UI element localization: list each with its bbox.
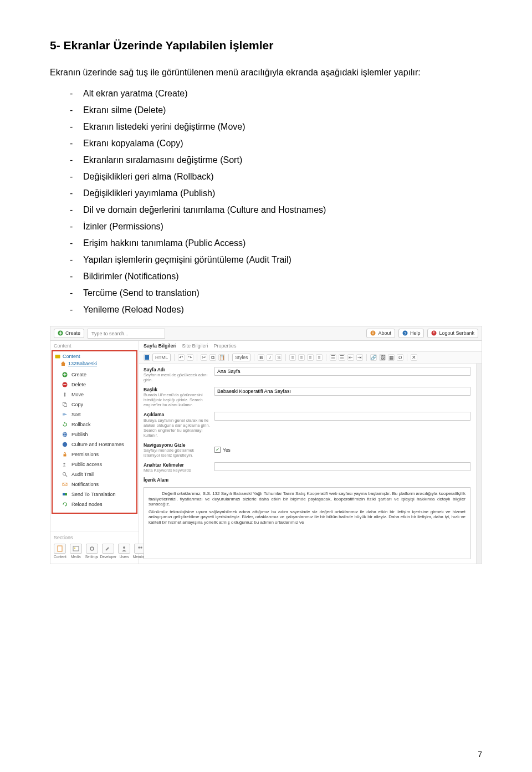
redo-icon[interactable]: ↷ — [187, 354, 193, 361]
bold-icon[interactable]: B — [258, 354, 264, 361]
svg-rect-4 — [373, 333, 374, 334]
field-label-icerik: İçerik Alanı — [144, 477, 210, 483]
create-button-label: Create — [65, 330, 80, 336]
svg-rect-20 — [63, 413, 65, 413]
input-anahtar[interactable] — [214, 462, 470, 471]
user-lock-icon — [62, 461, 68, 468]
align-justify-icon[interactable]: ≡ — [316, 354, 323, 361]
ctx-send-translation[interactable]: Send To Translation — [60, 489, 134, 499]
svg-rect-10 — [55, 355, 60, 359]
logout-button[interactable]: Logout Serbank — [427, 329, 478, 338]
tab-sayfa-bilgileri[interactable]: Sayfa Bilgileri — [144, 343, 177, 349]
section-settings[interactable]: Settings — [85, 544, 99, 559]
align-right-icon[interactable]: ≡ — [307, 354, 314, 361]
image-icon[interactable]: 🖼 — [379, 354, 386, 361]
logout-icon — [431, 330, 437, 336]
operations-list: Alt ekran yaratma (Create) Ekranı silme … — [50, 89, 482, 315]
undo-icon[interactable]: ↶ — [178, 354, 185, 361]
sections-row: Content Media Settings Developer Users M… — [50, 541, 139, 564]
paste-icon[interactable]: 📋 — [218, 354, 225, 361]
tabs: Sayfa Bilgileri Site Bilgileri Propertie… — [139, 341, 482, 352]
search-input[interactable] — [88, 329, 165, 339]
strike-icon[interactable]: S — [275, 354, 282, 361]
svg-rect-36 — [58, 546, 62, 551]
ctx-publish[interactable]: Publish — [60, 430, 134, 439]
ctx-audit-trail[interactable]: Audit Trail — [60, 469, 134, 479]
ctx-culture[interactable]: Culture and Hostnames — [60, 439, 134, 449]
ctx-copy[interactable]: Copy — [60, 400, 134, 410]
ctx-rollback[interactable]: Rollback — [60, 420, 134, 430]
svg-rect-14 — [63, 375, 66, 375]
svg-rect-34 — [65, 493, 67, 495]
input-sayfa-adi[interactable] — [214, 367, 470, 376]
editor-paragraph: Değerli ortaklarımız; S.S. 132 Sayılı Ba… — [149, 491, 466, 507]
cut-icon[interactable]: ✂ — [201, 354, 207, 361]
checkbox-nav-gizle[interactable]: ✓ — [214, 447, 221, 453]
scrollbar[interactable] — [476, 364, 482, 564]
svg-marker-23 — [64, 422, 65, 424]
tree-context-area: Content 132Babaeski Create Delete Move C… — [52, 350, 137, 514]
list-item: Yenileme (Reload Nodes) — [70, 305, 482, 315]
plus-icon — [58, 330, 63, 336]
translate-icon — [62, 491, 68, 498]
svg-rect-37 — [73, 546, 79, 551]
align-center-icon[interactable]: ≡ — [298, 354, 305, 361]
move-icon — [62, 391, 68, 398]
svg-point-30 — [63, 473, 65, 476]
close-icon[interactable]: ✕ — [411, 354, 417, 361]
italic-icon[interactable]: I — [267, 354, 273, 361]
list-item: Değişiklikleri geri alma (Rollback) — [70, 172, 482, 182]
section-heading: 5- Ekranlar Üzerinde Yapılabilen İşlemle… — [50, 39, 482, 52]
list-item: Bildirimler (Notifications) — [70, 272, 482, 282]
about-button[interactable]: About — [366, 329, 395, 338]
list-item: Ekranların sıralamasını değiştirme (Sort… — [70, 155, 482, 165]
gear-icon — [88, 545, 96, 552]
rte-styles-select[interactable]: Styles — [232, 354, 250, 361]
plus-icon — [62, 371, 68, 378]
copy-icon[interactable]: ⧉ — [209, 354, 216, 361]
input-aciklama[interactable] — [214, 412, 470, 421]
intro-paragraph: Ekranın üzerinde sağ tuş ile görüntülene… — [50, 68, 482, 78]
tab-site-bilgileri[interactable]: Site Bilgileri — [182, 343, 208, 349]
world-icon — [62, 431, 68, 438]
section-media[interactable]: Media — [70, 544, 82, 559]
tree-root[interactable]: Content — [55, 354, 134, 360]
form-area: Sayfa Adı Sayfanın menüde gözükecek adın… — [139, 364, 482, 564]
section-users[interactable]: Users — [118, 544, 130, 559]
folder-icon — [55, 354, 60, 359]
tab-properties[interactable]: Properties — [214, 343, 237, 349]
outdent-icon[interactable]: ⇤ — [347, 354, 354, 361]
ctx-reload[interactable]: Reload nodes — [60, 499, 134, 509]
char-icon[interactable]: Ω — [397, 354, 403, 361]
table-icon[interactable]: ▦ — [388, 354, 395, 361]
section-developer[interactable]: Developer — [101, 544, 115, 559]
number-list-icon[interactable]: ☰ — [339, 354, 345, 361]
list-item: Ekranın listedeki yerini değiştirme (Mov… — [70, 122, 482, 132]
ctx-delete[interactable]: Delete — [60, 380, 134, 390]
indent-icon[interactable]: ⇥ — [356, 354, 363, 361]
ctx-sort[interactable]: Sort — [60, 410, 134, 420]
svg-marker-35 — [63, 504, 64, 505]
align-left-icon[interactable]: ≡ — [289, 354, 296, 361]
ctx-create[interactable]: Create — [60, 370, 134, 380]
ctx-move[interactable]: Move — [60, 390, 134, 400]
ctx-permissions[interactable]: Permissions — [60, 449, 134, 459]
help-button[interactable]: ? Help — [398, 329, 424, 338]
section-content[interactable]: Content — [54, 544, 66, 559]
user-icon — [120, 545, 128, 552]
content-editor[interactable]: Değerli ortaklarımız; S.S. 132 Sayılı Ba… — [144, 487, 470, 559]
magnifier-icon — [62, 471, 68, 478]
bullet-list-icon[interactable]: ☰ — [330, 354, 336, 361]
tree-node-selected[interactable]: 132Babaeski — [55, 361, 134, 367]
ctx-public-access[interactable]: Public access — [60, 459, 134, 469]
ctx-notifications[interactable]: Notifications — [60, 479, 134, 489]
list-item: Ekranı kopyalama (Copy) — [70, 139, 482, 149]
link-icon[interactable]: 🔗 — [370, 354, 377, 361]
rollback-icon — [62, 421, 68, 428]
svg-point-27 — [63, 442, 67, 447]
create-button[interactable]: Create — [54, 329, 84, 338]
input-baslik[interactable] — [214, 387, 470, 396]
rte-html-toggle[interactable]: HTML — [152, 354, 171, 361]
save-icon[interactable] — [144, 354, 150, 361]
list-item: İzinler (Permissions) — [70, 222, 482, 232]
